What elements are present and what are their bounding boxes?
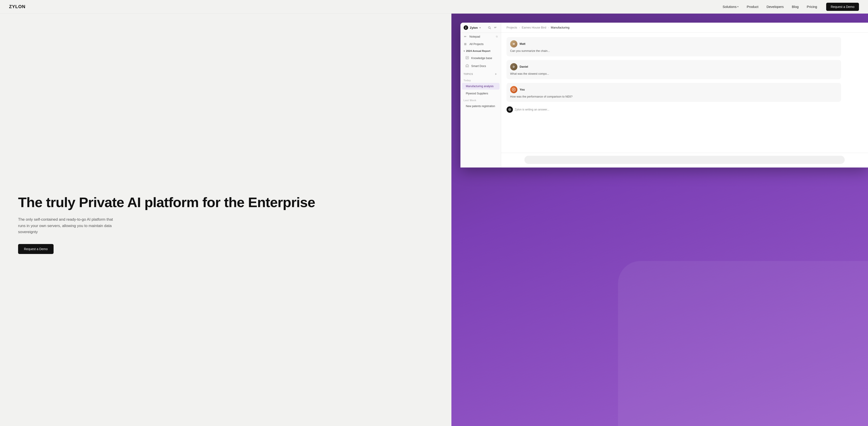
breadcrumb-sep-1: › [519,26,520,29]
sidebar-topic-plywood-suppliers[interactable]: Plywood Suppliers [462,90,500,97]
sidebar-item-notepad[interactable]: ✏ Notepad ⧉ [460,33,501,40]
chat-message-daniel: D Daniel What was the slowest compo... [506,60,841,79]
topic-plywood-label: Plywood Suppliers [466,92,488,95]
zylon-writing-avatar [506,106,513,113]
chat-user-you: You [520,88,525,91]
nav-request-demo-button[interactable]: Request a Demo [826,3,859,11]
nav-pricing[interactable]: Pricing [807,5,817,9]
add-topic-button[interactable]: + [494,72,498,76]
today-label: Today [460,77,501,83]
chat-text-you: How was the performance of comparison to… [510,95,838,99]
chat-message-header-you: You [510,86,838,93]
nav-product[interactable]: Product [747,5,758,9]
hero-title: The truly Private AI platform for the En… [18,195,433,210]
svg-marker-8 [466,64,469,67]
topic-patents-label: New patents registration [466,105,495,108]
smart-docs-label: Smart Docs [471,64,486,68]
breadcrumb-eames[interactable]: Eames House Bird [522,26,546,29]
all-projects-icon: ⊞ [464,42,467,46]
sidebar-group-annual-report[interactable]: ▾ 2024 Annual Report [460,48,501,54]
collapse-icon[interactable] [493,25,498,30]
sidebar-brand: Z Zylon ▾ [464,25,481,30]
sidebar-topic-new-patents[interactable]: New patents registration [462,103,500,110]
sidebar-topic-manufacturing-analysis[interactable]: Manufacturing analysis [462,83,500,90]
sidebar-item-knowledge-base[interactable]: Knowledge base [460,54,501,62]
app-window: Z Zylon ▾ ✏ N [460,23,868,168]
breadcrumb: Projects › Eames House Bird › Manufactur… [501,23,868,33]
logo: ZYLON [9,4,26,9]
svg-point-12 [513,89,515,90]
writing-status-text: Zylon is writing an answer... [515,108,550,111]
topic-manufacturing-label: Manufacturing analysis [466,85,494,88]
breadcrumb-projects[interactable]: Projects [506,26,517,29]
chat-writing-status: Zylon is writing an answer... [506,106,863,114]
avatar-you [510,86,518,93]
svg-point-14 [509,109,510,110]
nav-developers[interactable]: Developers [767,5,784,9]
avatar-matt: M [510,40,518,48]
chevron-down-icon: ▾ [737,5,739,8]
sidebar: Z Zylon ▾ ✏ N [460,23,501,168]
last-week-label: Last Week [460,97,501,103]
sidebar-header-icons [487,25,498,30]
chat-input-bar[interactable] [524,156,845,164]
chat-text-matt: Can you summarize the chain... [510,49,838,53]
notepad-icon: ✏ [464,35,467,38]
nav-solutions[interactable]: Solutions ▾ [723,5,739,9]
breadcrumb-sep-2: › [548,26,549,29]
sidebar-brand-name: Zylon [470,26,478,29]
chat-message-you: You How was the performance of compariso… [506,83,841,102]
sidebar-header: Z Zylon ▾ [460,23,501,33]
chat-message-header-matt: M Matt [510,40,838,48]
chat-user-daniel: Daniel [520,65,528,68]
chat-area: M Matt Can you summarize the chain... D … [501,33,868,153]
chat-message-header-daniel: D Daniel [510,63,838,70]
brand-icon: Z [464,25,468,30]
sidebar-group-label: 2024 Annual Report [466,50,491,52]
hero-request-demo-button[interactable]: Request a Demo [18,244,54,254]
chat-text-daniel: What was the slowest compo... [510,72,838,76]
chat-message-matt: M Matt Can you summarize the chain... [506,37,841,56]
topics-label: TOPICS [464,73,473,75]
group-chevron-icon: ▾ [464,50,465,52]
chat-input-area [501,153,868,168]
notepad-extra-icon: ⧉ [496,35,498,38]
svg-line-1 [490,28,491,29]
search-icon[interactable] [487,25,492,30]
page: The truly Private AI platform for the En… [0,0,868,426]
topics-section-header: TOPICS + [460,70,501,77]
avatar-daniel: D [510,63,518,70]
sidebar-item-all-projects[interactable]: ⊞ All Projects [460,40,501,48]
navigation: ZYLON Solutions ▾ Product Developers Blo… [0,0,868,13]
sidebar-item-smart-docs[interactable]: Smart Docs [460,62,501,70]
brand-chevron-icon: ▾ [479,27,480,29]
sidebar-all-projects-label: All Projects [469,42,498,46]
nav-blog[interactable]: Blog [792,5,799,9]
sidebar-notepad-label: Notepad [469,35,494,38]
knowledge-base-label: Knowledge base [471,57,492,60]
main-content: Projects › Eames House Bird › Manufactur… [501,23,868,168]
chat-user-matt: Matt [520,42,526,46]
nav-links: Solutions ▾ Product Developers Blog Pric… [723,5,817,9]
smart-docs-icon [465,64,469,68]
knowledge-base-icon [465,56,469,60]
app-preview-wrapper: Z Zylon ▾ ✏ N [452,13,868,426]
breadcrumb-manufacturing: Manufacturing [551,26,569,29]
hero-subtitle: The only self-contained and ready-to-go … [18,217,113,235]
hero-section: The truly Private AI platform for the En… [0,13,452,426]
